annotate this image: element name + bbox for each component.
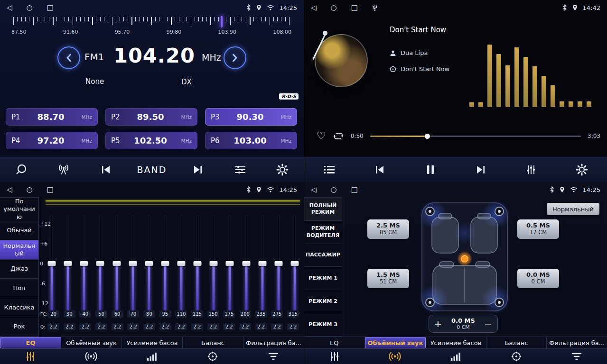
audio-tab-1[interactable]: Объёмный звук xyxy=(365,337,426,348)
eq-band-slider-8[interactable] xyxy=(177,216,186,311)
radio-preset-2[interactable]: P289.50MHz xyxy=(105,108,197,126)
delay-front-right-button[interactable]: 0.5 MS 17 CM xyxy=(517,219,559,239)
slider-handle[interactable] xyxy=(177,261,186,266)
audio-tab-3[interactable]: Баланс xyxy=(183,337,243,348)
filter-crossover-icon[interactable] xyxy=(546,349,607,364)
eq-band-slider-11[interactable] xyxy=(225,216,234,311)
tuner-scale[interactable] xyxy=(13,17,289,27)
recents-button[interactable]: □ xyxy=(351,182,358,197)
slider-handle[interactable] xyxy=(274,261,282,266)
eq-band-slider-2[interactable] xyxy=(80,216,88,311)
slider-handle[interactable] xyxy=(48,261,56,266)
back-button[interactable]: ◁ xyxy=(311,182,317,197)
radio-preset-5[interactable]: P5102.50MHz xyxy=(105,132,197,149)
slider-handle[interactable] xyxy=(129,261,137,266)
eq-band-slider-9[interactable] xyxy=(193,216,202,311)
delay-front-left-button[interactable]: 2.5 MS 85 CM xyxy=(367,219,409,239)
progress-slider[interactable] xyxy=(370,136,581,137)
band-button[interactable]: BAND xyxy=(137,160,167,180)
audio-tab-4[interactable]: Фильтрация ба... xyxy=(547,337,607,348)
audio-tab-1[interactable]: Объёмный звук xyxy=(61,337,122,348)
seek-down-button[interactable] xyxy=(57,46,80,69)
eq-band-slider-12[interactable] xyxy=(242,216,251,311)
filter-crossover-icon[interactable] xyxy=(243,349,304,364)
bass-boost-icon[interactable] xyxy=(425,349,486,364)
slider-handle[interactable] xyxy=(80,261,88,266)
back-button[interactable]: ◁ xyxy=(7,0,12,15)
mode-item-5[interactable]: РЕЖИМ 3 xyxy=(304,313,342,337)
home-button[interactable]: ○ xyxy=(331,182,337,197)
eq-band-slider-10[interactable] xyxy=(209,216,218,311)
broadcast-button[interactable] xyxy=(53,160,75,180)
eq-band-slider-6[interactable] xyxy=(145,216,153,311)
radio-preset-3[interactable]: P390.30MHz xyxy=(205,108,297,126)
recents-button[interactable]: □ xyxy=(351,0,358,15)
playlist-button[interactable] xyxy=(318,160,340,180)
delay-rear-right-button[interactable]: 0.0 MS 0 CM xyxy=(517,269,559,288)
mode-item-3[interactable]: РЕЖИМ 1 xyxy=(304,267,342,290)
slider-handle[interactable] xyxy=(64,261,72,266)
previous-track-button[interactable] xyxy=(369,160,391,180)
audio-tab-2[interactable]: Усиление басов xyxy=(122,337,183,348)
slider-handle[interactable] xyxy=(145,261,153,266)
sound-profile-button[interactable]: Нормальный xyxy=(547,203,599,215)
radio-preset-4[interactable]: P497.20MHz xyxy=(6,132,98,149)
next-button[interactable] xyxy=(187,160,209,180)
slider-handle[interactable] xyxy=(161,261,169,266)
back-button[interactable]: ◁ xyxy=(311,0,317,15)
slider-handle[interactable] xyxy=(290,261,299,266)
radio-preset-6[interactable]: P6103.00MHz xyxy=(205,132,297,149)
audio-tab-3[interactable]: Баланс xyxy=(486,337,547,348)
eq-band-slider-15[interactable] xyxy=(290,216,299,311)
eq-band-slider-4[interactable] xyxy=(112,216,121,311)
eq-preset-2[interactable]: Нормальный xyxy=(0,240,38,260)
next-track-button[interactable] xyxy=(470,160,492,180)
audio-tab-2[interactable]: Усиление басов xyxy=(426,337,486,348)
surround-sound-icon[interactable] xyxy=(365,349,426,364)
slider-handle[interactable] xyxy=(258,261,266,266)
eq-preset-5[interactable]: Классика xyxy=(0,298,38,318)
audio-tab-0[interactable]: EQ xyxy=(0,337,61,348)
eq-band-slider-7[interactable] xyxy=(161,216,169,311)
eq-band-slider-1[interactable] xyxy=(64,216,72,311)
eq-preset-0[interactable]: По умолчанию xyxy=(0,198,38,221)
eq-preset-3[interactable]: Джаз xyxy=(0,260,38,279)
slider-handle[interactable] xyxy=(226,261,234,266)
bass-boost-icon[interactable] xyxy=(121,349,182,364)
surround-sound-icon[interactable] xyxy=(61,349,121,364)
recents-button[interactable]: □ xyxy=(47,0,54,15)
home-button[interactable]: ○ xyxy=(331,0,337,15)
balance-icon[interactable] xyxy=(486,349,547,364)
mode-item-1[interactable]: РЕЖИМ ВОДИТЕЛЯ xyxy=(304,221,342,244)
audio-settings-button[interactable] xyxy=(229,160,251,180)
slider-handle[interactable] xyxy=(112,261,121,266)
seek-up-button[interactable] xyxy=(224,46,246,69)
audio-tab-4[interactable]: Фильтрация ба... xyxy=(243,337,304,348)
mode-item-2[interactable]: ПАССАЖИР xyxy=(304,244,342,267)
eq-band-slider-14[interactable] xyxy=(274,216,283,311)
slider-handle[interactable] xyxy=(194,261,202,266)
home-button[interactable]: ○ xyxy=(27,182,33,197)
slider-handle[interactable] xyxy=(96,261,104,266)
mode-item-4[interactable]: РЕЖИМ 2 xyxy=(304,290,342,313)
mode-item-0[interactable]: ПОЛНЫЙ РЕЖИМ xyxy=(304,198,342,221)
balance-icon[interactable] xyxy=(182,349,243,364)
radio-preset-1[interactable]: P188.70MHz xyxy=(6,108,98,126)
previous-button[interactable] xyxy=(95,160,117,180)
eq-preset-4[interactable]: Поп xyxy=(0,279,38,298)
slider-handle[interactable] xyxy=(210,261,218,266)
repeat-button[interactable] xyxy=(333,131,344,141)
settings-button[interactable] xyxy=(271,160,293,180)
home-button[interactable]: ○ xyxy=(27,0,33,15)
eq-band-slider-3[interactable] xyxy=(96,216,104,311)
back-button[interactable]: ◁ xyxy=(7,182,12,197)
eq-band-slider-13[interactable] xyxy=(258,216,267,311)
slider-handle[interactable] xyxy=(242,261,250,266)
increase-delay-button[interactable]: + xyxy=(429,318,447,329)
settings-button[interactable] xyxy=(571,160,593,180)
eq-mixer-icon[interactable] xyxy=(0,349,61,364)
eq-mixer-icon[interactable] xyxy=(304,349,365,364)
decrease-delay-button[interactable]: − xyxy=(479,318,497,329)
eq-band-slider-0[interactable] xyxy=(47,216,56,311)
eq-preset-1[interactable]: Обычай xyxy=(0,221,38,241)
